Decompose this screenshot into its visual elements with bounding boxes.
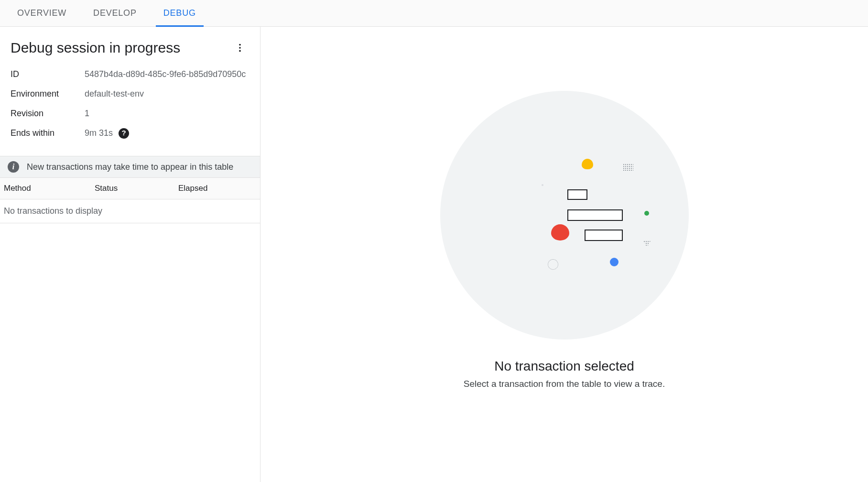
ends-within-value: 9m 31s [85, 127, 113, 140]
transactions-table-header: Method Status Elapsed [0, 178, 260, 199]
revision-value: 1 [85, 107, 89, 120]
tab-overview[interactable]: OVERVIEW [4, 0, 80, 27]
info-banner: i New transactions may take time to appe… [0, 156, 260, 178]
ends-within-label: Ends within [11, 127, 85, 140]
column-header-method[interactable]: Method [4, 184, 95, 193]
info-icon: i [8, 161, 19, 173]
session-title: Debug session in progress [11, 40, 180, 56]
empty-state-subtitle: Select a transaction from the table to v… [464, 379, 665, 389]
tab-develop[interactable]: DEVELOP [80, 0, 150, 27]
illustration-rect-icon [585, 230, 623, 241]
illustration-blob-yellow-icon [582, 159, 593, 169]
tab-debug[interactable]: DEBUG [150, 0, 209, 27]
empty-state-title: No transaction selected [494, 359, 634, 374]
left-panel: Debug session in progress ID 5487b4da-d8… [0, 27, 260, 482]
ends-within-value-row: 9m 31s ? [85, 127, 129, 140]
illustration-dot-green-icon [644, 211, 649, 216]
tabs-bar: OVERVIEW DEVELOP DEBUG [0, 0, 868, 27]
illustration-rect-icon [567, 209, 623, 221]
more-actions-button[interactable] [230, 38, 250, 57]
svg-point-0 [239, 44, 241, 46]
transactions-empty-row: No transactions to display [0, 199, 260, 223]
column-header-elapsed[interactable]: Elapsed [178, 184, 256, 193]
illustration-dots-triangle-icon [643, 241, 651, 247]
session-header: Debug session in progress ID 5487b4da-d8… [0, 27, 260, 156]
help-icon[interactable]: ? [119, 128, 129, 139]
illustration-dotted-circle-icon [548, 259, 558, 270]
empty-state: No transaction selected Select a transac… [440, 91, 689, 389]
session-title-row: Debug session in progress [11, 38, 250, 57]
empty-state-illustration [440, 91, 689, 340]
right-panel: No transaction selected Select a transac… [260, 27, 868, 482]
column-header-status[interactable]: Status [95, 184, 178, 193]
illustration-dots-grid-icon [623, 164, 633, 171]
illustration-blob-red-icon [551, 224, 569, 241]
illustration-dot-blue-icon [610, 258, 618, 266]
illustration-tiny-dot-icon [542, 184, 543, 186]
id-value: 5487b4da-d89d-485c-9fe6-b85d9d70950c [85, 68, 246, 81]
illustration-rect-icon [567, 189, 587, 200]
id-label: ID [11, 68, 85, 81]
svg-point-1 [239, 47, 241, 49]
revision-label: Revision [11, 107, 85, 120]
meta-row-ends-within: Ends within 9m 31s ? [11, 127, 250, 140]
meta-row-id: ID 5487b4da-d89d-485c-9fe6-b85d9d70950c [11, 68, 250, 81]
meta-row-revision: Revision 1 [11, 107, 250, 120]
more-vert-icon [235, 43, 245, 53]
content-area: Debug session in progress ID 5487b4da-d8… [0, 27, 868, 482]
meta-row-environment: Environment default-test-env [11, 88, 250, 100]
environment-label: Environment [11, 88, 85, 100]
environment-value: default-test-env [85, 88, 144, 100]
info-banner-text: New transactions may take time to appear… [27, 162, 233, 172]
svg-point-2 [239, 50, 241, 52]
